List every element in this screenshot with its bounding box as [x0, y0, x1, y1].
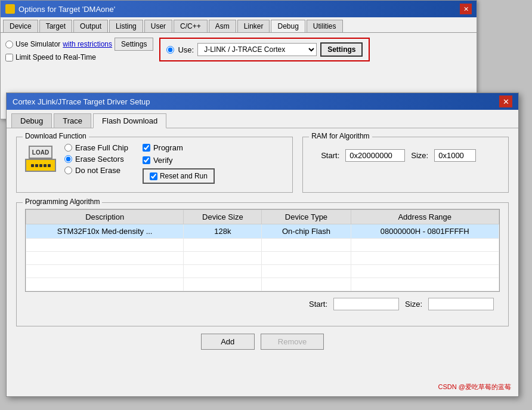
do-not-erase-radio[interactable] — [64, 167, 72, 174]
bg-tab-asm[interactable]: Asm — [209, 20, 236, 32]
do-not-erase-item: Do not Erase — [64, 166, 128, 175]
download-function-title: Download Function — [23, 132, 89, 140]
bg-content-area: Use Simulator with restrictions Settings… — [1, 33, 477, 66]
ram-start-input[interactable] — [345, 149, 405, 162]
limit-speed-label: Limit Speed to Real-Time — [16, 53, 96, 61]
cell-address-range: 08000000H - 0801FFFFH — [351, 224, 499, 239]
erase-full-chip-radio[interactable] — [64, 144, 72, 152]
ram-start-row: Start: Size: — [321, 149, 490, 162]
bg-tab-device[interactable]: Device — [3, 20, 38, 32]
reset-and-run-button[interactable]: Reset and Run — [143, 168, 215, 184]
use-simulator-radio[interactable] — [5, 41, 13, 48]
bg-tab-bar: Device Target Output Listing User C/C++ … — [1, 17, 477, 33]
bg-title-icon — [5, 4, 15, 14]
jlink-use-section: Use: J-LINK / J-TRACE Cortex Settings — [159, 38, 370, 61]
algo-start-label: Start: — [309, 300, 327, 309]
use-label: Use: — [178, 45, 194, 54]
cell-device-type: On-chip Flash — [262, 224, 351, 239]
col-device-size: Device Size — [184, 210, 262, 224]
cell-device-size: 128k — [184, 224, 262, 239]
erase-full-chip-label: Erase Full Chip — [75, 143, 128, 152]
col-device-type: Device Type — [262, 210, 351, 224]
jlink-select[interactable]: J-LINK / J-TRACE Cortex — [197, 43, 317, 56]
action-row: Add Remove — [16, 334, 509, 350]
add-button[interactable]: Add — [201, 334, 255, 350]
main-dialog: Cortex JLink/JTrace Target Driver Setup … — [6, 93, 519, 397]
chip-dot-2 — [35, 164, 38, 167]
table-row-empty-4 — [26, 278, 499, 291]
use-jlink-radio[interactable] — [166, 46, 174, 54]
bg-radio-group: Use Simulator with restrictions Settings… — [5, 38, 153, 61]
table-row-empty-2 — [26, 252, 499, 265]
dialog-close-button[interactable]: ✕ — [499, 95, 512, 107]
with-restrictions-link[interactable]: with restrictions — [63, 40, 112, 48]
erase-sectors-radio[interactable] — [64, 155, 72, 163]
right-options: Program Verify Reset and Run — [143, 143, 215, 184]
bg-tab-listing[interactable]: Listing — [109, 20, 143, 32]
bg-tab-linker[interactable]: Linker — [237, 20, 270, 32]
programming-algorithm-group: Programming Algorithm Description Device… — [16, 202, 509, 326]
algo-size-label: Size: — [405, 300, 422, 309]
chip-dots — [31, 164, 51, 167]
load-text: LOAD — [29, 146, 52, 159]
erase-full-chip-item: Erase Full Chip — [64, 143, 128, 152]
ram-size-input[interactable] — [434, 149, 476, 162]
tab-trace[interactable]: Trace — [54, 113, 91, 128]
col-description: Description — [26, 210, 184, 224]
table-row[interactable]: STM32F10x Med-density ... 128k On-chip F… — [26, 224, 499, 239]
reset-and-run-checkbox[interactable] — [150, 172, 157, 180]
bg-tab-cpp[interactable]: C/C++ — [174, 20, 208, 32]
tab-debug[interactable]: Debug — [11, 113, 52, 128]
bg-close-button[interactable]: ✕ — [460, 4, 472, 14]
ram-section: Start: Size: — [311, 143, 500, 168]
ram-algorithm-title: RAM for Algorithm — [309, 132, 372, 140]
reset-and-run-label: Reset and Run — [160, 172, 208, 180]
ram-algorithm-group: RAM for Algorithm Start: Size: — [302, 137, 509, 193]
limit-speed-checkbox[interactable] — [5, 54, 13, 61]
chip-dot-3 — [39, 164, 42, 167]
simulator-settings-button[interactable]: Settings — [115, 38, 153, 51]
bg-tab-target[interactable]: Target — [39, 20, 72, 32]
jlink-settings-button[interactable]: Settings — [320, 42, 363, 57]
verify-checkbox[interactable] — [143, 156, 150, 164]
program-checkbox-item: Program — [143, 143, 215, 152]
chip-dot-5 — [48, 164, 51, 167]
erase-sectors-item: Erase Sectors — [64, 155, 128, 164]
do-not-erase-label: Do not Erase — [75, 166, 120, 175]
algorithm-table: Description Device Size Device Type Addr… — [26, 209, 499, 291]
dialog-body: Download Function LOAD — [7, 128, 518, 358]
algo-start-input[interactable] — [333, 298, 399, 310]
tab-flash-download[interactable]: Flash Download — [93, 113, 166, 128]
watermark: CSDN @爱吃草莓的蓝莓 — [438, 383, 511, 391]
use-simulator-label: Use Simulator — [16, 40, 60, 48]
table-header-row: Description Device Size Device Type Addr… — [26, 210, 499, 224]
start-label: Start: — [321, 151, 339, 160]
top-section: Download Function LOAD — [16, 137, 509, 200]
verify-checkbox-item: Verify — [143, 156, 215, 165]
algorithm-table-wrapper: Description Device Size Device Type Addr… — [25, 209, 500, 292]
bg-tab-user[interactable]: User — [144, 20, 172, 32]
col-address-range: Address Range — [351, 210, 499, 224]
verify-label: Verify — [153, 156, 173, 165]
limit-speed-row: Limit Speed to Real-Time — [5, 53, 153, 61]
bg-tab-utilities[interactable]: Utilities — [307, 20, 343, 32]
dialog-title-bar: Cortex JLink/JTrace Target Driver Setup … — [7, 93, 518, 110]
download-func-content: LOAD — [25, 143, 284, 184]
algo-size-input[interactable] — [428, 298, 494, 310]
bg-title-bar: Options for Target 'DMAone' ✕ — [1, 1, 477, 17]
remove-button[interactable]: Remove — [261, 334, 324, 350]
bg-window-title: Options for Target 'DMAone' — [18, 5, 115, 14]
download-function-group: Download Function LOAD — [16, 137, 293, 193]
erase-options: Erase Full Chip Erase Sectors Do not Era… — [64, 143, 128, 175]
program-checkbox[interactable] — [143, 144, 150, 152]
bg-tab-debug[interactable]: Debug — [271, 20, 305, 32]
programming-algorithm-title: Programming Algorithm — [23, 198, 102, 206]
load-chip — [25, 159, 56, 172]
bg-tab-output[interactable]: Output — [73, 20, 108, 32]
dialog-title: Cortex JLink/JTrace Target Driver Setup — [13, 97, 150, 106]
dialog-tab-bar: Debug Trace Flash Download — [7, 110, 518, 128]
algo-bottom-row: Start: Size: — [25, 298, 500, 310]
load-icon: LOAD — [25, 146, 56, 172]
table-row-empty-1 — [26, 239, 499, 252]
table-header: Description Device Size Device Type Addr… — [26, 210, 499, 224]
